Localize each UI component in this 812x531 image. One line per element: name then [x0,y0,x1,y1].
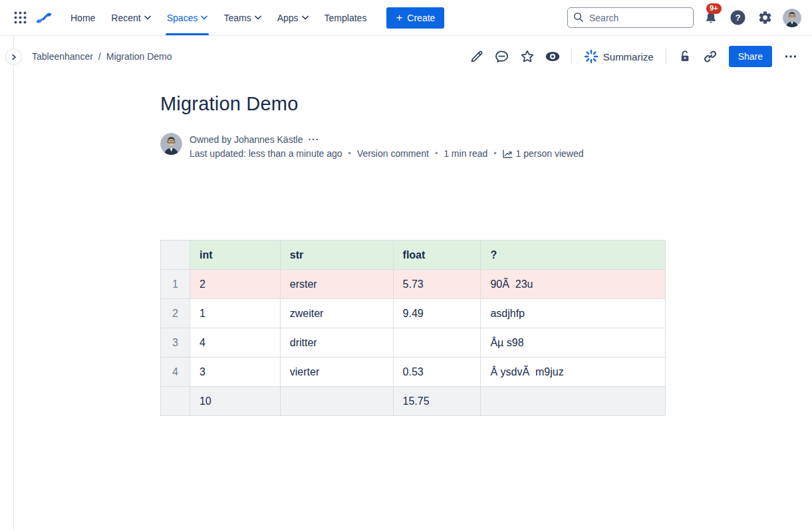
divider [571,49,572,64]
meta-separator: • [435,147,438,160]
copy-link-button[interactable] [700,46,721,67]
data-table: int str float ? 1 2 erster 5.73 90Ã 23u … [160,240,666,416]
table-cell[interactable]: dritter [280,328,393,358]
settings-button[interactable] [755,9,774,27]
table-cell[interactable]: 3 [190,358,280,387]
page-content: Migration Demo Owned by Johannes Kästle … [160,93,666,416]
breadcrumb-space-link[interactable]: Tableenhancer [32,51,93,62]
row-number-cell[interactable]: 4 [161,358,190,387]
table-cell[interactable]: Â ysdvÃ m9juz [481,358,666,387]
comment-icon [493,49,510,65]
page-title: Migration Demo [160,93,666,115]
more-actions-button[interactable] [780,46,801,67]
owned-by-text[interactable]: Owned by Johannes Kästle [190,133,303,146]
meta-separator: • [493,147,496,160]
table-cell[interactable]: 1 [190,299,280,328]
row-number-cell[interactable]: 1 [161,270,190,299]
analytics-chart-icon [503,150,513,158]
column-header[interactable]: int [190,241,280,270]
table-cell[interactable]: 15.75 [393,387,481,416]
user-avatar[interactable] [783,9,801,27]
top-navigation-bar: Home Recent Spaces Teams Apps Templates … [0,0,812,36]
table-cell[interactable] [481,387,666,416]
eye-icon [544,48,561,65]
nav-item-recent[interactable]: Recent [103,0,158,35]
page-actions: Summarize Share [466,46,801,67]
table-cell[interactable]: 5.73 [393,270,481,299]
row-number-cell[interactable]: 3 [161,328,190,358]
column-header[interactable]: str [280,241,393,270]
nav-item-templates[interactable]: Templates [317,0,375,35]
table-row: 4 3 vierter 0.53 Â ysdvÃ m9juz [161,358,666,387]
table-row: 2 1 zweiter 9.49 asdjhfp [161,299,666,328]
nav-item-apps[interactable]: Apps [269,0,317,35]
pencil-icon [469,49,485,64]
table-row: 3 4 dritter Âµ s98 [161,328,666,358]
nav-item-teams[interactable]: Teams [215,0,269,35]
analytics-link[interactable]: 1 person viewed [503,147,584,160]
table-cell[interactable]: 4 [190,328,280,358]
edit-button[interactable] [466,46,487,67]
column-header[interactable]: ? [481,241,666,270]
table-cell[interactable]: 9.49 [393,299,481,328]
version-comment-link[interactable]: Version comment [357,147,429,160]
table-cell[interactable] [393,328,481,358]
nav-item-spaces[interactable]: Spaces [159,0,216,35]
owner-avatar[interactable] [160,133,182,155]
app-switcher-button[interactable] [9,7,31,29]
table-cell[interactable]: vierter [280,358,393,387]
primary-nav: Home Recent Spaces Teams Apps Templates [63,0,374,35]
table-cell[interactable]: 90Ã 23u [481,270,666,299]
unlock-icon [678,49,692,64]
help-button[interactable]: ? [728,9,747,27]
notifications-button[interactable]: 9+ [702,9,720,27]
owner-more-button[interactable]: ··· [308,134,319,145]
nav-item-label: Templates [325,13,367,23]
read-time-text: 1 min read [444,147,487,160]
nav-item-home[interactable]: Home [63,0,103,35]
plus-icon: + [396,12,402,23]
expand-sidebar-button[interactable] [5,49,22,65]
meta-separator: • [348,147,351,160]
table-cell[interactable]: 10 [190,387,280,416]
byline: Owned by Johannes Kästle ··· Last update… [160,133,666,160]
table-cell[interactable]: erster [280,270,393,299]
svg-text:?: ? [735,13,740,23]
favorite-button[interactable] [517,46,538,67]
column-header[interactable]: float [393,241,481,270]
chevron-right-icon [11,54,17,60]
breadcrumb: Tableenhancer / Migration Demo [32,51,172,62]
table-cell[interactable]: asdjhfp [481,299,666,328]
search-container [567,7,694,28]
table-cell[interactable]: zweiter [280,299,393,328]
create-button[interactable]: + Create [386,7,444,29]
search-input[interactable] [567,7,694,28]
table-cell[interactable] [280,387,393,416]
table-cell[interactable]: 2 [190,270,280,299]
nav-item-label: Apps [277,13,299,23]
confluence-logo-icon [35,9,53,27]
table-cell[interactable]: 0.53 [393,358,481,387]
help-icon: ? [730,9,746,26]
chevron-down-icon [201,15,207,20]
chevron-down-icon [302,15,309,20]
notification-badge: 9+ [706,3,722,14]
share-button[interactable]: Share [729,46,772,67]
last-updated-text[interactable]: Last updated: less than a minute ago [190,147,342,160]
row-number-cell[interactable]: 2 [161,299,190,328]
table-cell[interactable]: Âµ s98 [481,328,666,358]
chevron-down-icon [144,15,151,20]
confluence-logo[interactable] [33,7,55,29]
summarize-button[interactable]: Summarize [580,47,658,66]
row-number-cell [161,387,190,416]
comment-button[interactable] [491,46,513,67]
table-footer-row: 10 15.75 [161,387,666,416]
summarize-label: Summarize [603,51,654,62]
more-icon [783,49,798,64]
divider [666,49,666,64]
restrictions-button[interactable] [674,46,696,67]
create-button-label: Create [407,13,435,23]
row-number-header [161,241,190,270]
watch-button[interactable] [542,46,563,67]
breadcrumb-page-link[interactable]: Migration Demo [106,51,172,62]
